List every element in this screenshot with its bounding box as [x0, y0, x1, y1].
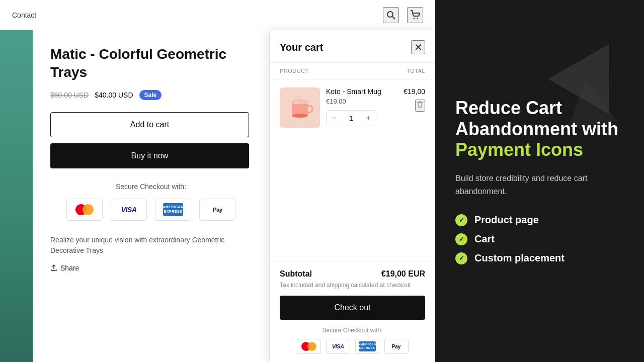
nav-left: Contact	[12, 11, 36, 19]
product-title: Matic - Colorful Geometric Trays	[50, 45, 252, 82]
svg-point-0	[387, 12, 393, 17]
share-icon	[50, 264, 57, 272]
feature-label-cart: Cart	[474, 233, 495, 245]
close-icon: ✕	[414, 41, 423, 53]
cart-header: Your cart ✕	[270, 30, 435, 63]
cart-icon	[410, 10, 420, 20]
mug-illustration	[285, 93, 315, 123]
subtotal-value: €19,00 EUR	[381, 269, 425, 279]
applepay-icon-cart: Pay	[384, 339, 409, 354]
quantity-increase-button[interactable]: +	[361, 111, 376, 126]
top-bar: Contact	[0, 0, 435, 30]
check-icon-product-page: ✓	[455, 214, 467, 226]
quantity-decrease-button[interactable]: −	[327, 111, 342, 126]
minus-icon: −	[332, 114, 336, 123]
trash-icon	[416, 101, 424, 109]
headline-part1: Reduce Cart Abandonment with	[455, 98, 618, 139]
svg-point-2	[414, 18, 415, 19]
buy-now-button[interactable]: Buy it now	[50, 143, 249, 168]
svg-point-7	[292, 114, 308, 118]
delete-item-button[interactable]	[415, 100, 425, 112]
applepay-icon-product: Pay	[199, 199, 235, 221]
feature-label-product-page: Product page	[474, 214, 539, 226]
checkout-button[interactable]: Check out	[280, 296, 425, 320]
quantity-control: − 1 +	[326, 110, 376, 126]
product-bg-accent	[0, 30, 33, 362]
feature-item-cart: ✓ Cart	[455, 233, 624, 245]
store-panel: Contact Matic - Colorful Geometric Trays	[0, 0, 435, 362]
visa-icon-product: VISA	[111, 199, 147, 221]
plus-icon: +	[366, 114, 370, 123]
cart-item-name: Koto - Smart Mug	[326, 87, 397, 96]
tax-note: Tax included and shipping calculated at …	[280, 282, 425, 289]
search-icon	[386, 11, 395, 20]
cart-item: Koto - Smart Mug €19,00 − 1 + €19,00	[270, 79, 435, 136]
svg-rect-6	[292, 102, 308, 104]
secure-checkout-label: Secure Checkout with:	[50, 183, 252, 191]
cart-secure-label: Secure Checkout with:	[280, 327, 425, 334]
add-to-cart-button[interactable]: Add to cart	[50, 112, 249, 137]
cart-item-image	[280, 87, 320, 128]
check-icon-custom: ✓	[455, 252, 467, 264]
amex-icon-cart: AMERICANEXPRESS	[355, 339, 379, 354]
product-description: Realize your unique vision with extraord…	[50, 235, 252, 256]
marketing-headline: Reduce Cart Abandonment with Payment Ico…	[455, 98, 624, 160]
cart-overlay: Your cart ✕ PRODUCT TOTAL	[269, 30, 435, 362]
subtotal-row: Subtotal €19,00 EUR	[280, 269, 425, 279]
search-button[interactable]	[383, 7, 399, 23]
cart-footer: Subtotal €19,00 EUR Tax included and shi…	[270, 261, 435, 362]
marketing-panel: Reduce Cart Abandonment with Payment Ico…	[435, 0, 644, 362]
feature-item-custom: ✓ Custom placement	[455, 252, 624, 264]
quantity-value: 1	[342, 114, 361, 122]
cart-title: Your cart	[280, 42, 323, 53]
cart-item-right: €19,00	[404, 87, 425, 112]
mastercard-icon-cart	[297, 339, 321, 354]
svg-point-3	[417, 18, 418, 19]
amex-icon-product: AMERICANEXPRESS	[155, 199, 191, 221]
marketing-subtitle: Build store credibility and reduce cart …	[455, 172, 624, 198]
feature-label-custom: Custom placement	[474, 252, 565, 264]
share-link[interactable]: Share	[50, 264, 252, 272]
feature-item-product-page: ✓ Product page	[455, 214, 624, 226]
sale-badge: Sale	[139, 90, 162, 100]
cart-item-total: €19,00	[404, 87, 425, 96]
product-content: Matic - Colorful Geometric Trays $60.00 …	[50, 45, 252, 272]
cart-item-details: Koto - Smart Mug €19,00 − 1 +	[326, 87, 397, 126]
subtotal-label: Subtotal	[280, 269, 312, 279]
check-icon-cart: ✓	[455, 233, 467, 245]
share-label: Share	[60, 264, 79, 272]
svg-line-1	[392, 17, 395, 19]
sale-price: $40.00 USD	[95, 91, 133, 99]
feature-list: ✓ Product page ✓ Cart ✓ Custom placement	[455, 214, 624, 264]
product-payment-icons: VISA AMERICANEXPRESS Pay	[50, 199, 252, 221]
cart-payment-icons: VISA AMERICANEXPRESS Pay	[280, 339, 425, 354]
mastercard-icon-product	[66, 199, 103, 221]
cart-button[interactable]	[407, 7, 423, 23]
nav-contact[interactable]: Contact	[12, 11, 36, 19]
product-col-header: PRODUCT	[280, 68, 309, 74]
original-price: $60.00 USD	[50, 91, 89, 99]
cart-close-button[interactable]: ✕	[411, 40, 425, 54]
cart-item-unit-price: €19,00	[326, 98, 397, 105]
headline-highlight: Payment Icons	[455, 139, 583, 160]
cart-column-headers: PRODUCT TOTAL	[270, 63, 435, 79]
nav-right	[383, 7, 423, 23]
total-col-header: TOTAL	[407, 68, 425, 74]
price-row: $60.00 USD $40.00 USD Sale	[50, 90, 252, 100]
visa-icon-cart: VISA	[326, 339, 350, 354]
